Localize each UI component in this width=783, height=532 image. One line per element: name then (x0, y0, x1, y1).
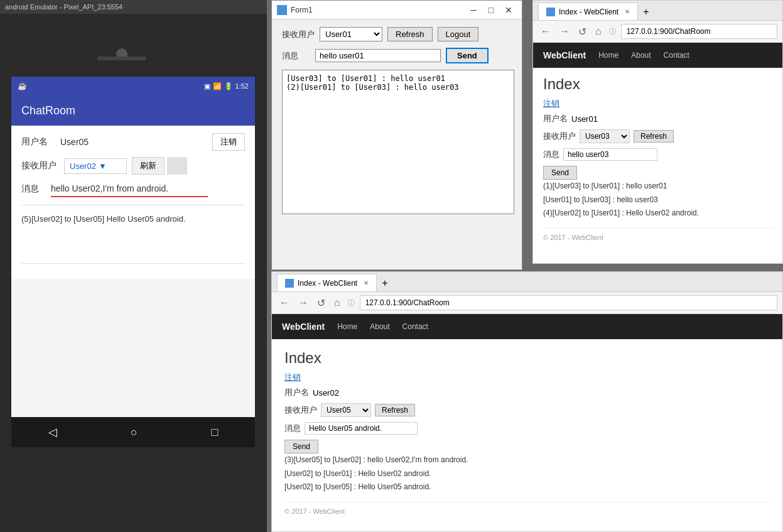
browser-bottom-address-bar[interactable] (360, 295, 777, 310)
form1-chat-log[interactable]: [User03] to [User01] : hello user01 (2)[… (282, 70, 514, 214)
browser-top-refresh-button[interactable]: ↺ (576, 24, 589, 39)
android-emulator-title: android Emulator - Pixel_API_23:5554 (5, 3, 122, 11)
browser-top-tab-title: Index - WebClient (559, 8, 618, 16)
browser-top-tab-bar: Index - WebClient ✕ + (533, 1, 782, 21)
phone-signal-icon: ▣ (204, 82, 210, 90)
browser-top-tab-close[interactable]: ✕ (625, 8, 630, 15)
phone-cancel-button[interactable]: 注销 (212, 133, 245, 151)
browser-bottom-tab[interactable]: Index - WebClient ✕ (277, 274, 377, 291)
browser-top-nav-about[interactable]: About (631, 51, 651, 60)
browser-top-receiver-select[interactable]: User03 (580, 129, 630, 143)
browser-top-home-button[interactable]: ⌂ (593, 24, 604, 38)
browser-bottom-message-input[interactable] (305, 422, 418, 435)
form1-title-bar: Form1 ─ □ ✕ (272, 1, 522, 19)
browser-bottom-receiver-select[interactable]: User05 (321, 403, 371, 417)
browser-top-username-row: 用户名 User01 (543, 113, 772, 124)
form1-close-button[interactable]: ✕ (500, 4, 517, 16)
browser-window-top: Index - WebClient ✕ + ← → ↺ ⌂ ⓘ WebClien… (532, 0, 783, 264)
browser-bottom-tab-icon (285, 279, 294, 288)
phone-divider2 (21, 263, 245, 264)
browser-bottom-refresh-button[interactable]: ↺ (315, 296, 328, 310)
browser-bottom-cancel-link[interactable]: 注销 (284, 372, 770, 383)
browser-top-nav-contact[interactable]: Contact (664, 51, 689, 60)
phone-receiver-row: 接收用户 User02 ▼ 刷新 (21, 157, 245, 175)
browser-bottom-brand: WebClient (282, 322, 325, 332)
browser-bottom-username-row: 用户名 User02 (284, 387, 770, 398)
form1-chat-area: [User03] to [User01] : hello user01 (2)[… (282, 70, 512, 216)
phone-message-row: 消息 (21, 181, 245, 197)
browser-top-msg2: [User01] to [User03] : hello user03 (543, 193, 772, 207)
form1-minimize-button[interactable]: ─ (465, 4, 482, 16)
form1-receiver-row: 接收用户 User01 Refresh Logout (282, 27, 512, 41)
browser-bottom-refresh-button[interactable]: Refresh (375, 404, 415, 416)
browser-window-bottom: Index - WebClient ✕ + ← → ↺ ⌂ ⓘ WebClien… (271, 271, 783, 532)
browser-bottom-tab-title: Index - WebClient (298, 279, 357, 288)
browser-bottom-nav-about[interactable]: About (370, 322, 389, 331)
browser-top-content: WebClient Home About Contact Index 注销 用户… (533, 43, 782, 263)
phone-receiver-dropdown[interactable]: User02 ▼ (64, 158, 127, 174)
browser-top-cancel-link[interactable]: 注销 (543, 98, 772, 109)
browser-bottom-username-value: User02 (313, 388, 339, 398)
form1-window-controls: ─ □ ✕ (465, 4, 517, 16)
browser-top-send-button[interactable]: Send (543, 166, 577, 180)
browser-top-navbar: WebClient Home About Contact (533, 43, 782, 68)
form1-refresh-button[interactable]: Refresh (387, 27, 433, 41)
browser-bottom-msg3: [User02] to [User05] : Hello User05 andr… (284, 480, 770, 494)
phone-dropdown-arrow: ▼ (99, 161, 107, 171)
browser-bottom-navbar: WebClient Home About Contact (272, 314, 782, 339)
phone-extra-btn[interactable] (167, 157, 187, 175)
android-phone: ☕ ▣ 📶 🔋 1:52 ChatRoom 用户名 User05 注销 接收用户… (0, 14, 267, 532)
phone-home-icon[interactable]: ○ (131, 426, 138, 439)
browser-top-nav-home[interactable]: Home (598, 51, 618, 60)
browser-bottom-nav-contact[interactable]: Contact (402, 322, 428, 331)
browser-bottom-tab-close[interactable]: ✕ (364, 280, 369, 286)
phone-chat-area: (5)[User02] to [User05] Hello User05 and… (21, 213, 245, 225)
browser-bottom-nav-home[interactable]: Home (337, 322, 357, 331)
phone-message-label: 消息 (21, 183, 43, 195)
form1-message-input[interactable] (315, 49, 441, 62)
form1-send-button[interactable]: Send (446, 48, 489, 63)
browser-top-new-tab[interactable]: + (638, 4, 654, 20)
browser-top-brand: WebClient (543, 50, 586, 60)
phone-content: 用户名 User05 注销 接收用户 User02 ▼ 刷新 消息 (5)[Us… (11, 126, 255, 279)
phone-back-icon[interactable]: ◁ (48, 425, 57, 439)
phone-battery-icon: 🔋 (224, 82, 233, 90)
phone-receiver-label: 接收用户 (21, 160, 57, 171)
phone-recents-icon[interactable]: □ (211, 426, 218, 439)
browser-bottom-msg2: [User02] to [User01] : Hello User02 andr… (284, 467, 770, 481)
browser-bottom-toolbar: ← → ↺ ⌂ ⓘ (272, 292, 782, 314)
phone-app-bar: ChatRoom (11, 95, 255, 126)
browser-top-back-button[interactable]: ← (538, 24, 553, 38)
browser-bottom-home-button[interactable]: ⌂ (332, 296, 343, 310)
browser-top-toolbar: ← → ↺ ⌂ ⓘ (533, 21, 782, 43)
browser-bottom-tab-bar: Index - WebClient ✕ + (272, 272, 782, 292)
phone-username-label: 用户名 (21, 136, 53, 148)
browser-top-receiver-label: 接收用户 (543, 131, 576, 142)
browser-top-address-bar[interactable] (621, 24, 777, 39)
browser-bottom-msg1: (3)[User05] to [User02] : hello User02,I… (284, 453, 770, 467)
browser-top-message-input[interactable] (563, 148, 657, 161)
browser-top-forward-button[interactable]: → (557, 24, 572, 38)
browser-top-message-label: 消息 (543, 149, 559, 160)
browser-top-tab[interactable]: Index - WebClient ✕ (538, 3, 638, 20)
browser-top-username-label: 用户名 (543, 113, 568, 124)
form1-icon (277, 5, 287, 15)
phone-message-input[interactable] (51, 181, 208, 197)
phone-status-bar: ☕ ▣ 📶 🔋 1:52 (11, 77, 255, 95)
browser-bottom-receiver-row: 接收用户 User05 Refresh (284, 403, 770, 417)
browser-top-refresh-button[interactable]: Refresh (634, 130, 674, 143)
browser-bottom-new-tab[interactable]: + (377, 275, 392, 291)
form1-title: Form1 (291, 6, 313, 14)
browser-bottom-page-title: Index (284, 349, 770, 367)
browser-top-msg3: (4)[User02] to [User01] : Hello User02 a… (543, 207, 772, 220)
form1-message-label: 消息 (282, 50, 310, 62)
browser-bottom-forward-button[interactable]: → (296, 296, 311, 310)
phone-chat-message: (5)[User02] to [User05] Hello User05 and… (21, 213, 245, 225)
browser-bottom-back-button[interactable]: ← (277, 296, 292, 310)
form1-logout-button[interactable]: Logout (438, 27, 479, 41)
browser-bottom-send-button[interactable]: Send (284, 440, 318, 453)
form1-receiver-select[interactable]: User01 (320, 27, 382, 41)
phone-refresh-button[interactable]: 刷新 (132, 157, 165, 175)
form1-maximize-button[interactable]: □ (483, 4, 499, 16)
browser-top-messages: (1)[User03] to [User01] : hello user01 [… (543, 180, 772, 220)
